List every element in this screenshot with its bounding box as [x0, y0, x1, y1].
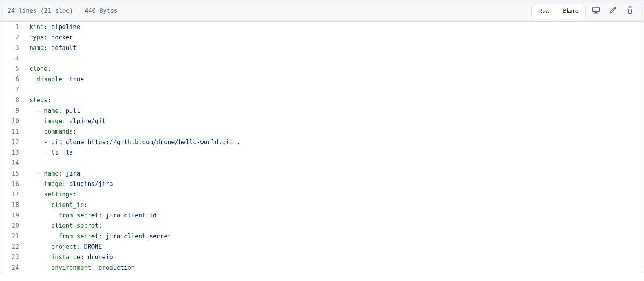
code-line: 24 environment: production	[0, 262, 644, 273]
code-line: 2type: docker	[0, 32, 644, 43]
trash-icon	[626, 6, 634, 15]
code-line: 18 client_id:	[0, 200, 644, 210]
file-header: 24 lines (21 sloc) 440 Bytes Raw Blame	[0, 0, 644, 22]
code-line: 8steps:	[0, 95, 644, 105]
code-line: 20 client_secret:	[0, 221, 644, 231]
code-line: 9 - name: pull	[0, 105, 644, 116]
code-line: 17 settings:	[0, 189, 644, 200]
line-number[interactable]: 13	[0, 147, 25, 158]
code-line: 3name: default	[0, 43, 644, 53]
line-number[interactable]: 21	[0, 231, 25, 242]
line-content[interactable]: environment: production	[25, 262, 644, 273]
line-number[interactable]: 18	[0, 200, 25, 210]
line-number[interactable]: 11	[0, 126, 25, 137]
line-number[interactable]: 1	[0, 22, 25, 32]
line-number[interactable]: 2	[0, 32, 25, 43]
code-line: 15 - name: jira	[0, 168, 644, 179]
line-number[interactable]: 3	[0, 43, 25, 53]
line-content[interactable]: type: docker	[25, 32, 644, 43]
size-info: 440 Bytes	[85, 7, 118, 14]
line-content[interactable]	[25, 158, 644, 168]
code-line: 21 from_secret: jira_client_secret	[0, 231, 644, 242]
line-content[interactable]: project: DRONE	[25, 242, 644, 252]
code-line: 7	[0, 85, 644, 95]
line-number[interactable]: 6	[0, 74, 25, 85]
code-table: 1kind: pipeline2type: docker3name: defau…	[0, 22, 644, 273]
code-line: 12 - git clone https://github.com/drone/…	[0, 137, 644, 147]
line-number[interactable]: 16	[0, 179, 25, 189]
line-content[interactable]: commands:	[25, 126, 644, 137]
code-line: 22 project: DRONE	[0, 242, 644, 252]
line-content[interactable]: client_id:	[25, 200, 644, 210]
line-content[interactable]: from_secret: jira_client_secret	[25, 231, 644, 242]
line-number[interactable]: 17	[0, 189, 25, 200]
code-line: 16 image: plugins/jira	[0, 179, 644, 189]
line-content[interactable]: - name: pull	[25, 105, 644, 116]
delete-button[interactable]	[623, 4, 636, 17]
code-line: 10 image: alpine/git	[0, 116, 644, 126]
code-line: 14	[0, 158, 644, 168]
file-info: 24 lines (21 sloc) 440 Bytes	[8, 6, 118, 15]
line-content[interactable]	[25, 53, 644, 64]
line-number[interactable]: 4	[0, 53, 25, 64]
code-line: 19 from_secret: jira_client_id	[0, 210, 644, 221]
line-content[interactable]: steps:	[25, 95, 644, 105]
line-number[interactable]: 5	[0, 64, 25, 74]
line-number[interactable]: 10	[0, 116, 25, 126]
code-line: 13 - ls -la	[0, 147, 644, 158]
lines-info: 24 lines (21 sloc)	[8, 7, 73, 14]
line-content[interactable]: kind: pipeline	[25, 22, 644, 32]
line-number[interactable]: 20	[0, 221, 25, 231]
line-content[interactable]: client_secret:	[25, 221, 644, 231]
code-line: 6 disable: true	[0, 74, 644, 85]
line-content[interactable]: instance: droneio	[25, 252, 644, 262]
code-line: 23 instance: droneio	[0, 252, 644, 262]
line-number[interactable]: 23	[0, 252, 25, 262]
line-content[interactable]: - git clone https://github.com/drone/hel…	[25, 137, 644, 147]
line-content[interactable]: from_secret: jira_client_id	[25, 210, 644, 221]
display-source-button[interactable]	[590, 4, 603, 17]
blame-button[interactable]: Blame	[556, 5, 585, 17]
raw-button[interactable]: Raw	[532, 5, 556, 17]
line-number[interactable]: 14	[0, 158, 25, 168]
line-number[interactable]: 8	[0, 95, 25, 105]
line-number[interactable]: 22	[0, 242, 25, 252]
line-content[interactable]: - name: jira	[25, 168, 644, 179]
line-number[interactable]: 15	[0, 168, 25, 179]
line-content[interactable]: image: plugins/jira	[25, 179, 644, 189]
code-line: 1kind: pipeline	[0, 22, 644, 32]
desktop-icon	[592, 6, 600, 15]
divider	[79, 6, 79, 15]
line-content[interactable]: image: alpine/git	[25, 116, 644, 126]
code-line: 4	[0, 53, 644, 64]
line-content[interactable]	[25, 85, 644, 95]
line-number[interactable]: 19	[0, 210, 25, 221]
line-number[interactable]: 12	[0, 137, 25, 147]
line-content[interactable]: disable: true	[25, 74, 644, 85]
line-number[interactable]: 24	[0, 262, 25, 273]
line-content[interactable]: clone:	[25, 64, 644, 74]
line-number[interactable]: 7	[0, 85, 25, 95]
line-content[interactable]: - ls -la	[25, 147, 644, 158]
code-line: 5clone:	[0, 64, 644, 74]
pencil-icon	[609, 6, 617, 15]
line-content[interactable]: settings:	[25, 189, 644, 200]
code-line: 11 commands:	[0, 126, 644, 137]
raw-blame-group: Raw Blame	[531, 5, 586, 17]
code-area: 1kind: pipeline2type: docker3name: defau…	[0, 22, 644, 273]
line-content[interactable]: name: default	[25, 43, 644, 53]
line-number[interactable]: 9	[0, 105, 25, 116]
edit-button[interactable]	[607, 4, 619, 17]
file-actions: Raw Blame	[531, 4, 636, 17]
